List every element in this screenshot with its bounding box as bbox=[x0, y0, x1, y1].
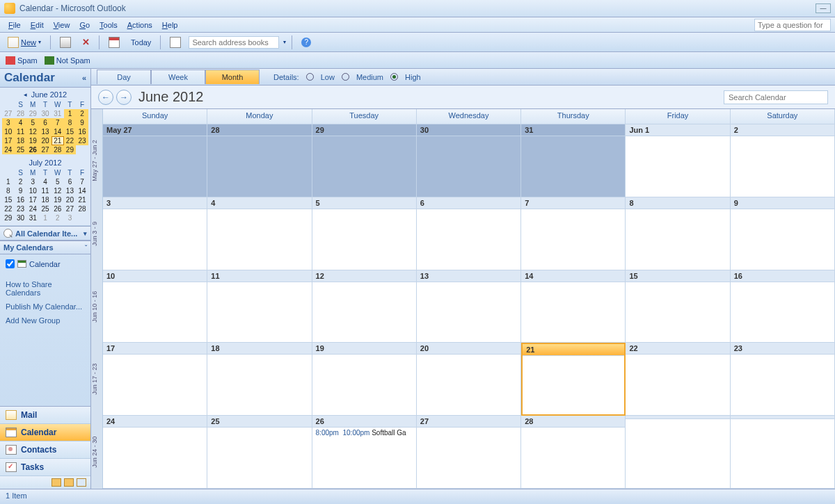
prev-month-button[interactable]: ← bbox=[98, 90, 113, 105]
mini-day[interactable]: 14 bbox=[76, 186, 88, 195]
day-cell[interactable]: 3 bbox=[103, 197, 207, 270]
week-label[interactable]: Jun 3 - 9 bbox=[91, 197, 98, 270]
mini-day[interactable]: 27 bbox=[64, 204, 77, 213]
day-cell[interactable]: 2 bbox=[731, 124, 835, 197]
day-cell[interactable]: 12 bbox=[312, 270, 417, 343]
mini-day[interactable]: 21 bbox=[51, 136, 64, 145]
folder-icon[interactable] bbox=[51, 478, 61, 487]
day-cell[interactable]: 11 bbox=[207, 270, 312, 343]
print-button[interactable] bbox=[56, 35, 74, 49]
radio-high[interactable] bbox=[390, 73, 398, 81]
nav-pane-header[interactable]: Calendar« bbox=[0, 69, 90, 88]
day-cell[interactable]: 24 bbox=[103, 416, 207, 489]
day-cell[interactable]: 5 bbox=[312, 197, 417, 270]
mini-day[interactable]: 6 bbox=[39, 118, 51, 127]
mini-day[interactable]: 4 bbox=[39, 177, 51, 186]
mini-day[interactable] bbox=[76, 145, 88, 154]
help-input[interactable] bbox=[754, 19, 831, 31]
menu-edit[interactable]: Edit bbox=[26, 19, 48, 31]
all-calendar-items[interactable]: All Calendar Ite...▾ bbox=[0, 226, 90, 241]
day-cell[interactable] bbox=[626, 416, 730, 489]
mini-day[interactable]: 17 bbox=[26, 195, 39, 204]
day-cell[interactable]: 14 bbox=[521, 270, 626, 343]
mini-day[interactable]: 12 bbox=[26, 127, 39, 136]
day-cell[interactable]: 28 bbox=[207, 124, 312, 197]
week-label[interactable]: Jun 17 - 23 bbox=[91, 343, 98, 416]
day-cell[interactable]: 15 bbox=[626, 270, 730, 343]
tab-day[interactable]: Day bbox=[97, 70, 151, 84]
addressbook-button[interactable] bbox=[166, 35, 184, 49]
calendar-view-button[interactable] bbox=[105, 35, 123, 49]
mini-day[interactable]: 23 bbox=[15, 204, 27, 213]
mini-day[interactable]: 28 bbox=[51, 145, 64, 154]
day-cell[interactable]: 16 bbox=[731, 270, 835, 343]
mini-day[interactable]: 19 bbox=[51, 195, 64, 204]
minimize-button[interactable]: — bbox=[816, 3, 831, 13]
radio-low[interactable] bbox=[306, 73, 314, 81]
mini-day[interactable]: 15 bbox=[2, 195, 15, 204]
mini-day[interactable]: 4 bbox=[15, 118, 27, 127]
mini-day[interactable]: 22 bbox=[64, 136, 77, 145]
day-cell[interactable]: 31 bbox=[521, 124, 626, 197]
mini-day[interactable]: 30 bbox=[39, 109, 51, 118]
day-cell[interactable]: 19 bbox=[312, 343, 417, 416]
mini-day[interactable]: 25 bbox=[15, 145, 27, 154]
week-label[interactable]: Jun 24 - 30 bbox=[91, 416, 98, 489]
mini-day[interactable]: 6 bbox=[64, 177, 77, 186]
day-cell[interactable]: 13 bbox=[417, 270, 521, 343]
mini-day[interactable]: 17 bbox=[2, 136, 15, 145]
mini-day[interactable]: 22 bbox=[2, 204, 15, 213]
menu-view[interactable]: View bbox=[49, 19, 74, 31]
tab-month[interactable]: Month bbox=[205, 70, 260, 84]
mini-day[interactable]: 10 bbox=[26, 186, 39, 195]
mini-day[interactable]: 29 bbox=[64, 145, 77, 154]
spam-button[interactable]: Spam bbox=[6, 56, 38, 65]
search-dropdown[interactable]: ▾ bbox=[283, 39, 286, 45]
calendar-item[interactable]: Calendar bbox=[4, 257, 86, 270]
mini-day[interactable] bbox=[76, 213, 88, 222]
menu-help[interactable]: Help bbox=[158, 19, 182, 31]
mini-day[interactable]: 12 bbox=[51, 186, 64, 195]
new-button[interactable]: New ▾ bbox=[4, 35, 45, 49]
mini-day[interactable]: 18 bbox=[39, 195, 51, 204]
help-search[interactable] bbox=[754, 19, 831, 31]
day-cell[interactable]: 7 bbox=[521, 197, 626, 270]
mini-day[interactable]: 28 bbox=[76, 204, 88, 213]
mini-day[interactable]: 24 bbox=[26, 204, 39, 213]
day-cell[interactable]: 268:00pm 10:00pm Softball Ga bbox=[312, 416, 417, 489]
mini-day[interactable]: 2 bbox=[76, 109, 88, 118]
day-cell[interactable]: 28 bbox=[521, 416, 626, 489]
day-cell[interactable]: 17 bbox=[103, 343, 207, 416]
mini-day[interactable]: 23 bbox=[76, 136, 88, 145]
search-calendar-input[interactable] bbox=[724, 90, 828, 104]
week-label[interactable]: May 27 - Jun 2 bbox=[91, 124, 98, 197]
mini-day[interactable]: 16 bbox=[15, 195, 27, 204]
mini-day[interactable]: 15 bbox=[64, 127, 77, 136]
day-cell[interactable]: 4 bbox=[207, 197, 312, 270]
mini-day[interactable]: 29 bbox=[2, 213, 15, 222]
mini-day[interactable]: 19 bbox=[26, 136, 39, 145]
mini-day[interactable]: 3 bbox=[2, 118, 15, 127]
menu-actions[interactable]: Actions bbox=[123, 19, 157, 31]
mini-day[interactable]: 24 bbox=[2, 145, 15, 154]
search-addressbook-input[interactable] bbox=[189, 36, 279, 49]
nav-tasks[interactable]: Tasks bbox=[0, 459, 90, 476]
day-cell[interactable]: 30 bbox=[417, 124, 521, 197]
mini-day[interactable]: 9 bbox=[15, 186, 27, 195]
help-button[interactable]: ? bbox=[298, 36, 315, 49]
mini-day[interactable]: 5 bbox=[26, 118, 39, 127]
mini-day[interactable]: 1 bbox=[64, 109, 77, 118]
notes-icon[interactable] bbox=[64, 478, 74, 487]
mini-day[interactable]: 1 bbox=[2, 177, 15, 186]
link-publish-my-calendar-[interactable]: Publish My Calendar... bbox=[6, 300, 85, 314]
mini-day[interactable]: 26 bbox=[51, 204, 64, 213]
mini-day[interactable]: 31 bbox=[26, 213, 39, 222]
day-cell[interactable]: 10 bbox=[103, 270, 207, 343]
day-cell[interactable]: 22 bbox=[626, 343, 730, 416]
shortcuts-icon[interactable] bbox=[77, 478, 86, 487]
mini-day[interactable]: 1 bbox=[39, 213, 51, 222]
notspam-button[interactable]: Not Spam bbox=[45, 56, 90, 65]
mini-day[interactable]: 31 bbox=[51, 109, 64, 118]
day-cell[interactable]: 27 bbox=[417, 416, 521, 489]
radio-medium[interactable] bbox=[342, 73, 349, 81]
